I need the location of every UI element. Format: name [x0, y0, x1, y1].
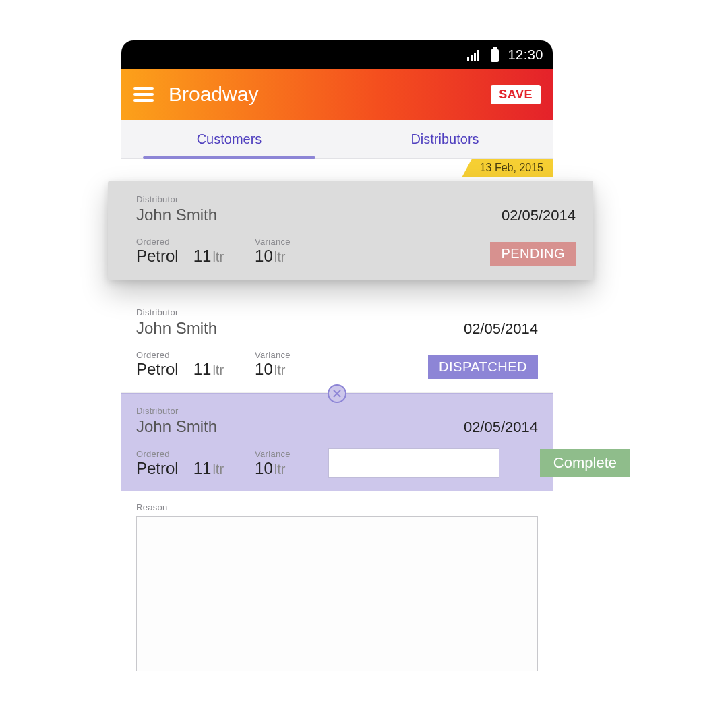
svg-rect-0	[467, 57, 469, 61]
variance-label: Variance	[255, 449, 291, 459]
distributor-label: Distributor	[136, 307, 217, 317]
complete-button[interactable]: Complete	[540, 449, 630, 477]
date-ribbon-row: 13 Feb, 2015	[121, 159, 553, 181]
status-badge: PENDING	[490, 242, 576, 266]
status-time: 12:30	[508, 47, 543, 63]
date-ribbon: 13 Feb, 2015	[462, 159, 553, 177]
app-title: Broadway	[169, 83, 476, 106]
svg-rect-5	[491, 49, 499, 62]
variance-label: Variance	[255, 350, 291, 360]
tab-bar: Customers Distributors	[121, 120, 553, 159]
ordered-product: Petrol	[136, 247, 179, 266]
save-button[interactable]: SAVE	[491, 85, 541, 104]
order-card[interactable]: Distributor John Smith 02/05/2014 Ordere…	[121, 295, 553, 393]
order-card-editing: Distributor John Smith 02/05/2014 Ordere…	[121, 393, 553, 491]
distributor-name: John Smith	[136, 206, 217, 224]
ordered-label: Ordered	[136, 350, 224, 360]
ordered-label: Ordered	[136, 449, 224, 459]
ordered-qty: 11	[193, 459, 212, 477]
status-bar: 12:30	[121, 40, 553, 69]
reason-section: Reason	[121, 491, 553, 688]
variance-qty: 10	[255, 247, 273, 265]
variance-qty: 10	[255, 360, 273, 378]
close-icon[interactable]	[328, 384, 346, 403]
ordered-product: Petrol	[136, 360, 179, 379]
svg-rect-4	[493, 47, 497, 49]
reason-textarea[interactable]	[136, 516, 538, 671]
battery-icon	[490, 47, 499, 62]
menu-icon[interactable]	[133, 87, 154, 102]
svg-rect-3	[477, 50, 479, 61]
distributor-label: Distributor	[136, 406, 217, 416]
svg-rect-2	[474, 53, 476, 61]
app-bar: Broadway SAVE	[121, 69, 553, 120]
device-frame: 12:30 Broadway SAVE Customers Distributo…	[121, 40, 553, 708]
quantity-input[interactable]	[328, 448, 499, 478]
distributor-label: Distributor	[136, 194, 217, 204]
variance-unit: ltr	[274, 462, 286, 477]
distributor-name: John Smith	[136, 319, 217, 338]
order-date: 02/05/2014	[464, 320, 538, 338]
reason-label: Reason	[136, 502, 538, 512]
ordered-qty: 11	[193, 247, 212, 265]
status-badge: DISPATCHED	[428, 355, 538, 379]
tab-distributors[interactable]: Distributors	[337, 120, 553, 158]
ordered-unit: ltr	[212, 363, 224, 377]
variance-unit: ltr	[274, 363, 286, 377]
ordered-product: Petrol	[136, 459, 179, 478]
order-card[interactable]: Distributor John Smith 02/05/2014 Ordere…	[108, 181, 593, 280]
distributor-name: John Smith	[136, 417, 217, 436]
ordered-unit: ltr	[212, 249, 224, 264]
ordered-label: Ordered	[136, 237, 224, 247]
order-list: Distributor John Smith 02/05/2014 Ordere…	[121, 181, 553, 688]
ordered-unit: ltr	[212, 462, 224, 477]
variance-unit: ltr	[274, 249, 286, 264]
order-date: 02/05/2014	[502, 207, 576, 224]
ordered-qty: 11	[193, 360, 212, 378]
variance-qty: 10	[255, 459, 273, 477]
tab-customers[interactable]: Customers	[121, 120, 337, 158]
order-card-raised-anchor: Distributor John Smith 02/05/2014 Ordere…	[121, 181, 553, 295]
svg-rect-1	[471, 55, 473, 61]
order-date: 02/05/2014	[464, 419, 538, 436]
variance-label: Variance	[255, 237, 291, 247]
signal-icon	[467, 49, 482, 61]
